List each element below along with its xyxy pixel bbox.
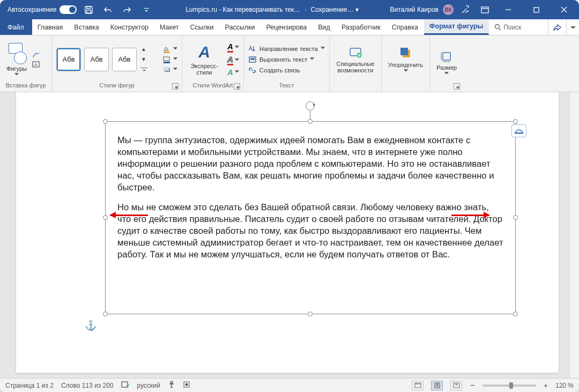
user-name[interactable]: Виталий Каиров: [390, 6, 439, 13]
dialog-launcher-icon[interactable]: [172, 83, 179, 90]
shape-outline-button[interactable]: [162, 55, 177, 64]
group-label-shapes: Вставка фигур: [4, 81, 47, 91]
textbox-button[interactable]: A: [32, 60, 47, 69]
group-shape-styles: Абв Абв Абв ▲ ▼ Стили фигур: [52, 35, 182, 92]
avatar[interactable]: ВК: [443, 4, 454, 15]
alt-text-button[interactable]: Специальные возможности: [334, 45, 377, 75]
resize-handle[interactable]: [513, 312, 518, 316]
app-window: Автосохранение Lumpics.ru - Как перевора…: [0, 0, 579, 392]
maximize-button[interactable]: [524, 0, 548, 19]
resize-handle[interactable]: [513, 215, 518, 220]
tab-view[interactable]: Вид: [313, 19, 336, 35]
shape-style-3[interactable]: Абв: [112, 48, 137, 71]
document-area[interactable]: Мы — группа энтузиастов, одержимых идеей…: [0, 92, 579, 378]
view-web-button[interactable]: [450, 381, 462, 390]
resize-handle[interactable]: [308, 119, 313, 124]
styles-more-icon[interactable]: [141, 65, 156, 74]
resize-handle[interactable]: [308, 312, 313, 316]
tab-design[interactable]: Конструктор: [105, 19, 154, 35]
rotate-handle[interactable]: [306, 101, 315, 110]
macro-record-icon[interactable]: [183, 381, 190, 390]
shape-style-1[interactable]: Абв: [56, 48, 81, 71]
anchor-icon[interactable]: ⚓: [85, 320, 96, 331]
wordart-label: Экспресс-стили: [189, 63, 220, 76]
accessibility-icon: [348, 46, 362, 60]
share-button[interactable]: [548, 19, 566, 35]
zoom-out-button[interactable]: −: [470, 381, 474, 390]
group-insert-shapes: Фигуры A Вставка фигур: [0, 35, 52, 92]
wordart-gallery[interactable]: A Экспресс-стили: [187, 42, 222, 77]
accessibility-label: Специальные возможности: [336, 61, 375, 73]
ribbon-mode-icon[interactable]: [477, 6, 492, 13]
shapes-gallery[interactable]: Фигуры: [4, 41, 29, 78]
tab-references[interactable]: Ссылки: [184, 19, 219, 35]
svg-rect-11: [164, 62, 170, 63]
group-arrange: Упорядочить: [382, 35, 430, 92]
dialog-launcher-icon[interactable]: [234, 83, 240, 90]
shapes-label: Фигуры: [6, 65, 27, 72]
dialog-launcher-icon[interactable]: [454, 83, 460, 90]
text-fill-button[interactable]: A: [227, 42, 239, 53]
styles-down-icon[interactable]: ▼: [141, 55, 156, 64]
shape-fill-button[interactable]: [162, 45, 177, 54]
create-link-button[interactable]: Создать связь: [248, 66, 325, 75]
undo-icon[interactable]: [100, 6, 115, 13]
view-focus-button[interactable]: [412, 381, 424, 390]
textbox-shape[interactable]: Мы — группа энтузиастов, одержимых идеей…: [105, 121, 516, 314]
text-direction-label: Направление текста: [259, 46, 318, 52]
styles-up-icon[interactable]: ▲: [141, 45, 156, 54]
ribbon: Фигуры A Вставка фигур Абв Абв Абв ▲ ▼: [0, 35, 579, 92]
save-icon[interactable]: [81, 6, 96, 14]
tab-file[interactable]: Файл: [0, 19, 32, 35]
shape-effects-button[interactable]: [162, 65, 177, 74]
textbox-content[interactable]: Мы — группа энтузиастов, одержимых идеей…: [106, 122, 515, 275]
svg-point-23: [170, 381, 173, 383]
svg-rect-19: [400, 48, 408, 55]
text-direction-button[interactable]: AНаправление текста: [248, 45, 325, 53]
saving-status[interactable]: Сохранение… ▾: [311, 6, 359, 13]
tab-layout[interactable]: Макет: [154, 19, 184, 35]
text-effects-button[interactable]: A: [227, 68, 239, 77]
status-words[interactable]: Слово 113 из 200: [61, 382, 114, 389]
zoom-slider[interactable]: [482, 384, 536, 387]
tab-home[interactable]: Главная: [32, 19, 69, 35]
tab-review[interactable]: Рецензирова: [261, 19, 313, 35]
minimize-button[interactable]: [496, 0, 520, 19]
collapse-ribbon-icon[interactable]: [566, 19, 579, 35]
align-text-button[interactable]: Выровнять текст: [248, 55, 325, 64]
arrange-button[interactable]: Упорядочить: [386, 45, 425, 74]
view-print-button[interactable]: [431, 381, 443, 390]
resize-handle[interactable]: [103, 312, 108, 316]
redo-icon[interactable]: [120, 6, 135, 13]
qat-more-icon[interactable]: [139, 7, 154, 12]
edit-shape-button[interactable]: [32, 50, 47, 58]
resize-handle[interactable]: [103, 119, 108, 124]
resize-handle[interactable]: [103, 215, 108, 220]
zoom-level[interactable]: 120 %: [555, 382, 574, 389]
tab-insert[interactable]: Вставка: [69, 19, 105, 35]
tab-mailings[interactable]: Рассылки: [219, 19, 261, 35]
tab-developer[interactable]: Разработчик: [336, 19, 387, 35]
group-label-text: Текст: [248, 81, 325, 91]
autosave-toggle[interactable]: Автосохранение: [8, 5, 77, 14]
layout-options-button[interactable]: [511, 124, 526, 137]
vertical-scrollbar[interactable]: [569, 92, 579, 378]
tools-icon[interactable]: [458, 5, 473, 14]
accessibility-status-icon[interactable]: [168, 381, 175, 390]
search-button[interactable]: Поиск: [489, 19, 526, 35]
document-title: Lumpics.ru - Как переворачивать тек…: [185, 6, 300, 13]
spellcheck-icon[interactable]: [121, 381, 130, 390]
text-outline-button[interactable]: A: [227, 55, 239, 65]
close-button[interactable]: [552, 0, 576, 19]
annotation-arrow-right: [451, 215, 489, 216]
resize-handle[interactable]: [513, 119, 518, 124]
shape-style-2[interactable]: Абв: [84, 48, 109, 71]
zoom-in-button[interactable]: +: [544, 381, 548, 390]
status-language[interactable]: русский: [137, 382, 160, 389]
toggle-switch-icon: [60, 5, 77, 14]
tab-shape-format[interactable]: Формат фигуры: [424, 19, 489, 35]
size-button[interactable]: Размер: [434, 48, 459, 77]
paragraph: Мы — группа энтузиастов, одержимых идеей…: [117, 135, 503, 193]
status-page[interactable]: Страница 1 из 2: [5, 382, 54, 389]
tab-help[interactable]: Справка: [387, 19, 424, 35]
